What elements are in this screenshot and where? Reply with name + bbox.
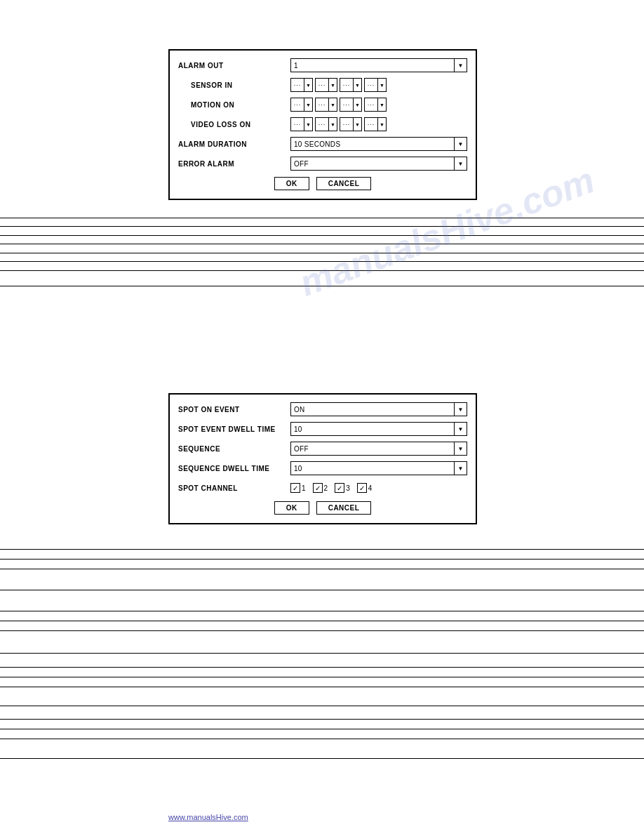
hline-b4 [0,590,644,590]
hline-b15 [0,739,644,739]
spot-on-event-select[interactable]: ON ▼ [290,402,467,416]
hline-b12 [0,706,644,706]
alarm-duration-row: ALARM DURATION 10 SECONDS ▼ [178,136,467,152]
sensor-in-label: SENSOR IN [178,81,290,89]
alarm-duration-select[interactable]: 10 SECONDS ▼ [290,137,467,151]
seq-dwell-label: SEQUENCE DWELL TIME [178,465,290,472]
alarm-duration-label: ALARM DURATION [178,140,290,148]
spot-ch1-item: 1 [290,483,306,493]
hline-b11 [0,687,644,687]
error-alarm-label: ERROR ALARM [178,160,290,168]
top-ok-button[interactable]: OK [274,177,309,190]
hline-3 [0,235,644,236]
hline-5 [0,253,644,253]
spot-dwell-select[interactable]: 10 ▼ [290,422,467,436]
hline-b1 [0,549,644,550]
spot-on-event-row: SPOT ON EVENT ON ▼ [178,402,467,417]
video-loss-ch2[interactable]: ···▼ [315,117,337,131]
error-alarm-select[interactable]: OFF ▼ [290,157,467,171]
spot-ch2-checkbox[interactable] [313,483,323,493]
hline-b10 [0,677,644,677]
hline-2 [0,226,644,227]
hline-b9 [0,667,644,668]
motion-ch1[interactable]: ···▼ [290,98,313,112]
sensor-ch3[interactable]: ···▼ [340,78,362,92]
spot-ch4-item: 4 [357,483,373,493]
alarm-out-value: 1 [291,62,454,70]
spot-ch4-label: 4 [368,484,373,492]
video-loss-label: VIDEO LOSS ON [178,121,290,128]
spot-ch2-label: 2 [324,484,328,492]
sequence-select[interactable]: OFF ▼ [290,442,467,456]
spot-channel-label: SPOT CHANNEL [178,484,290,492]
hline-b14 [0,729,644,729]
motion-ch4[interactable]: ···▼ [364,98,387,112]
hline-b16 [0,758,644,759]
hline-4 [0,244,644,244]
alarm-out-label: ALARM OUT [178,62,290,70]
hline-b6 [0,621,644,621]
error-alarm-arrow[interactable]: ▼ [454,157,467,170]
seq-dwell-value: 10 [291,465,454,472]
sensor-in-channels: ···▼ ···▼ ···▼ ···▼ [290,78,387,92]
motion-on-channels: ···▼ ···▼ ···▼ ···▼ [290,98,387,112]
spot-dwell-value: 10 [291,425,454,433]
seq-dwell-select[interactable]: 10 ▼ [290,461,467,475]
video-loss-ch4[interactable]: ···▼ [364,117,387,131]
bottom-link[interactable]: www.manualsHive.com [168,813,248,821]
video-loss-row: VIDEO LOSS ON ···▼ ···▼ ···▼ ···▼ [178,117,467,132]
spot-dwell-arrow[interactable]: ▼ [454,423,467,435]
seq-dwell-arrow[interactable]: ▼ [454,462,467,475]
hline-7 [0,270,644,271]
top-cancel-button[interactable]: CANCEL [316,177,372,190]
spot-on-event-value: ON [291,406,454,413]
spot-channel-row: SPOT CHANNEL 1 2 3 4 [178,480,467,496]
sensor-ch2[interactable]: ···▼ [315,78,337,92]
sequence-value: OFF [291,445,454,453]
seq-dwell-row: SEQUENCE DWELL TIME 10 ▼ [178,461,467,476]
top-dialog-buttons: OK CANCEL [178,177,467,190]
motion-on-row: MOTION ON ···▼ ···▼ ···▼ ···▼ [178,97,467,112]
spot-on-event-label: SPOT ON EVENT [178,406,290,413]
hline-b2 [0,559,644,560]
sequence-label: SEQUENCE [178,445,290,453]
spot-ch4-checkbox[interactable] [357,483,367,493]
spot-settings-dialog: SPOT ON EVENT ON ▼ SPOT EVENT DWELL TIME… [168,393,477,524]
bottom-dialog-buttons: OK CANCEL [178,501,467,515]
hline-b3 [0,569,644,569]
spot-ch3-label: 3 [346,484,350,492]
spot-dwell-row: SPOT EVENT DWELL TIME 10 ▼ [178,421,467,437]
hline-1 [0,218,644,218]
motion-ch3[interactable]: ···▼ [340,98,362,112]
alarm-out-select[interactable]: 1 ▼ [290,58,467,72]
spot-ch3-item: 3 [335,483,350,493]
sensor-ch4[interactable]: ···▼ [364,78,387,92]
video-loss-channels: ···▼ ···▼ ···▼ ···▼ [290,117,387,131]
video-loss-ch3[interactable]: ···▼ [340,117,362,131]
error-alarm-value: OFF [291,160,454,168]
error-alarm-row: ERROR ALARM OFF ▼ [178,156,467,171]
sensor-ch1[interactable]: ···▼ [290,78,313,92]
hline-b13 [0,719,644,720]
hline-b8 [0,653,644,654]
page-container: manualsHive.com ALARM OUT 1 ▼ SENSOR IN … [0,0,644,834]
spot-ch1-label: 1 [302,484,306,492]
alarm-out-row: ALARM OUT 1 ▼ [178,58,467,73]
spot-ch1-checkbox[interactable] [290,483,300,493]
hline-8 [0,286,644,286]
hline-b5 [0,611,644,611]
alarm-duration-arrow[interactable]: ▼ [454,138,467,150]
spot-on-event-arrow[interactable]: ▼ [454,403,467,416]
sequence-row: SEQUENCE OFF ▼ [178,441,467,456]
motion-ch2[interactable]: ···▼ [315,98,337,112]
bottom-cancel-button[interactable]: CANCEL [316,501,372,515]
sequence-arrow[interactable]: ▼ [454,442,467,455]
alarm-out-arrow[interactable]: ▼ [454,59,467,72]
sensor-in-row: SENSOR IN ···▼ ···▼ ···▼ ···▼ [178,77,467,93]
bottom-ok-button[interactable]: OK [274,501,309,515]
spot-ch3-checkbox[interactable] [335,483,344,493]
video-loss-ch1[interactable]: ···▼ [290,117,313,131]
spot-channel-checkboxes: 1 2 3 4 [290,483,372,493]
hline-b7 [0,630,644,631]
spot-ch2-item: 2 [313,483,328,493]
